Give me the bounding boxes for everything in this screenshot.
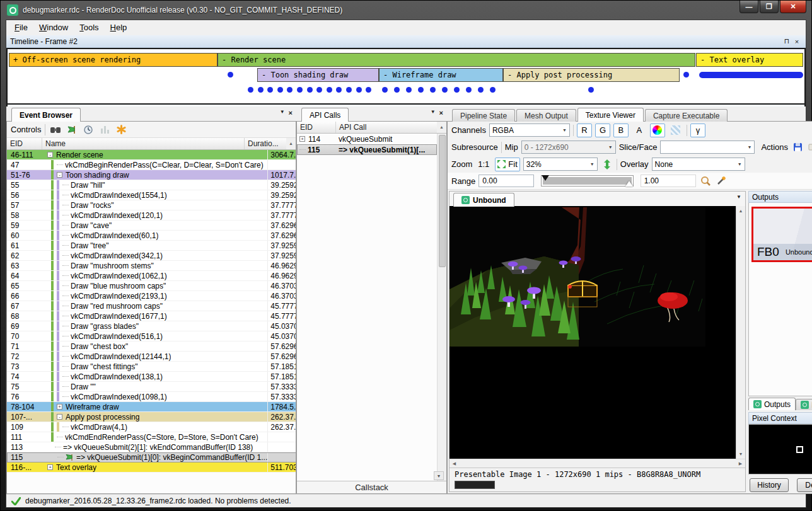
event-dot[interactable]	[307, 87, 313, 93]
event-row[interactable]: 111vkCmdEndRenderPass(C=Store, D=Store, …	[7, 432, 296, 442]
event-dot[interactable]	[267, 87, 273, 93]
event-row[interactable]: 74vkCmdDrawIndexed(138,1)57.18518	[7, 372, 296, 382]
close-icon[interactable]: ×	[439, 109, 443, 117]
event-row[interactable]: 70vkCmdDrawIndexed(516,1)45.03704	[7, 331, 296, 342]
close-icon[interactable]: ×	[792, 37, 802, 46]
scrollbar-thumb[interactable]	[439, 135, 446, 267]
debug-button[interactable]: Debug	[797, 478, 812, 492]
menu-tools[interactable]: Tools	[74, 21, 104, 34]
channel-blue-button[interactable]: B	[613, 123, 629, 137]
timeline-marker-bar[interactable]: - Apply post processing	[503, 68, 680, 82]
event-row[interactable]: 67Draw "red mushroom caps"45.77778	[7, 301, 296, 311]
channel-green-button[interactable]: G	[595, 123, 610, 137]
event-row[interactable]: 73Draw "chest fittings"57.18518	[7, 362, 296, 372]
channels-select[interactable]: RGBA▼	[489, 123, 570, 137]
menu-file[interactable]: File	[9, 21, 33, 34]
event-dot[interactable]	[406, 87, 412, 93]
menu-help[interactable]: Help	[105, 21, 133, 34]
event-row[interactable]: 63Draw "mushroom stems"46.96296	[7, 261, 296, 271]
callstack-section[interactable]: Callstack ▼	[297, 481, 446, 493]
event-dot[interactable]	[466, 87, 472, 93]
event-row[interactable]: 46-111-Render scene3064.7...	[7, 150, 296, 160]
event-dot[interactable]	[588, 87, 594, 93]
event-dot[interactable]	[454, 87, 460, 93]
range-slider[interactable]	[541, 175, 633, 187]
event-dot[interactable]	[228, 72, 233, 78]
event-row[interactable]: 78-104+Wireframe draw1784.5...	[7, 402, 296, 412]
tab-pipeline-state[interactable]: Pipeline State	[452, 109, 515, 122]
event-dot[interactable]	[394, 87, 400, 93]
maximize-button[interactable]: ❐	[760, 1, 779, 13]
timeline-marker-bar[interactable]: - Text overlay	[696, 53, 803, 67]
event-row[interactable]: 64vkCmdDrawIndexed(1062,1)46.96296	[7, 271, 296, 281]
event-dot[interactable]	[418, 87, 424, 93]
event-dot[interactable]	[346, 87, 352, 93]
api-calls-scrollbar[interactable]: ▼	[437, 134, 446, 481]
tab-outputs[interactable]: Outputs	[748, 398, 796, 410]
event-row[interactable]: 65Draw "blue mushroom caps"46.37037	[7, 281, 296, 291]
event-dot[interactable]	[366, 87, 371, 93]
close-icon[interactable]: ×	[289, 109, 293, 117]
event-row[interactable]: 47vkCmdBeginRenderPass(C=Clear, D=Clear,…	[7, 160, 296, 170]
timeline-marker-bar[interactable]: - Toon shading draw	[257, 68, 379, 82]
timeline-marker-bar[interactable]: - Wireframe draw	[379, 68, 503, 82]
event-row[interactable]: 72vkCmdDrawIndexed(12144,1)57.62963	[7, 352, 296, 362]
event-row[interactable]: 56vkCmdDrawIndexed(1554,1)39.25926	[7, 190, 296, 200]
zoom-1-1-button[interactable]: 1:1	[475, 158, 492, 171]
viewport-hscrollbar[interactable]: ◀ ▶	[450, 459, 745, 468]
collapse-icon[interactable]: ▼	[434, 471, 444, 480]
event-dot[interactable]	[683, 72, 689, 78]
tab-texture-viewer[interactable]: Texture Viewer	[577, 108, 644, 122]
event-row[interactable]: 59Draw "cave"37.62963	[7, 221, 296, 231]
tab-inputs[interactable]: Inputs	[796, 399, 812, 410]
flip-y-icon[interactable]	[601, 158, 613, 171]
event-row[interactable]: 75Draw ""57.33333	[7, 382, 296, 392]
range-min-handle[interactable]	[542, 175, 549, 181]
autofit-magnifier-icon[interactable]	[699, 175, 712, 187]
event-row[interactable]: 109vkCmdDraw(4,1)262.37...	[7, 422, 296, 432]
event-row[interactable]: 68vkCmdDrawIndexed(1677,1)45.77778	[7, 311, 296, 321]
texture-viewport[interactable]: ▲ ▼	[450, 206, 745, 459]
timeline-title-bar[interactable]: Timeline - Frame #2 ⊓ ×	[6, 35, 806, 48]
title-bar[interactable]: debugmarker.rdc - RenderDoc Unofficial r…	[1, 1, 811, 20]
scroll-left-icon[interactable]: ◀	[450, 459, 459, 468]
viewport-vscrollbar[interactable]: ▲ ▼	[736, 206, 745, 459]
slice-face-select[interactable]: ▼	[660, 141, 755, 154]
scroll-up-icon[interactable]: ▲	[286, 138, 296, 149]
event-row[interactable]: 116-...+Text overlay511.7037	[7, 462, 296, 473]
event-dot[interactable]	[430, 87, 436, 93]
stats-icon[interactable]	[98, 123, 111, 136]
event-row[interactable]: 60vkCmdDrawIndexed(60,1)37.62963	[7, 231, 296, 241]
find-icon[interactable]	[49, 123, 62, 136]
event-row[interactable]: 51-76-Toon shading draw1017.7...	[7, 170, 296, 180]
gamma-button[interactable]: γ	[690, 123, 705, 137]
time-draws-icon[interactable]	[82, 123, 95, 136]
expander-icon[interactable]: -	[57, 414, 62, 420]
overlay-select[interactable]: None▼	[652, 158, 745, 171]
event-dot[interactable]	[490, 87, 496, 93]
bookmark-icon[interactable]	[115, 123, 127, 136]
close-button[interactable]: ✕	[780, 1, 806, 13]
channel-red-button[interactable]: R	[577, 123, 592, 137]
chevron-down-icon[interactable]: ▼	[431, 109, 436, 117]
output-fb0-thumbnail[interactable]: FB0 Unbound	[751, 207, 812, 262]
timeline-marker-bar[interactable]: - Render scene	[218, 53, 695, 67]
timeline-marker-bar[interactable]: + Off-screen scene rendering	[9, 53, 218, 67]
event-row[interactable]: 69Draw "grass blades"45.03704	[7, 321, 296, 331]
scroll-up-icon[interactable]: ▲	[437, 122, 446, 133]
scroll-down-icon[interactable]: ▼	[736, 449, 746, 459]
event-browser-header[interactable]: EID Name Duratio... ▲	[7, 138, 296, 150]
tab-capture-executable[interactable]: Capture Executable	[645, 109, 728, 122]
event-dot[interactable]	[316, 87, 322, 93]
pixel-context-header[interactable]: Pixel Context ⊓	[748, 412, 812, 424]
events-pill[interactable]	[699, 72, 803, 78]
wand-icon[interactable]	[715, 175, 728, 187]
tab-event-browser[interactable]: Event Browser	[11, 108, 81, 122]
mip-select[interactable]: 0 - 1272x690▼	[521, 141, 616, 154]
range-max-input[interactable]: 1.00	[641, 175, 696, 187]
outputs-header[interactable]: Outputs ⊓	[748, 191, 812, 203]
zoom-fit-button[interactable]: Fit	[495, 158, 519, 171]
expander-icon[interactable]: -	[57, 172, 62, 178]
expander-icon[interactable]: +	[57, 404, 62, 410]
event-dot[interactable]	[258, 87, 264, 93]
